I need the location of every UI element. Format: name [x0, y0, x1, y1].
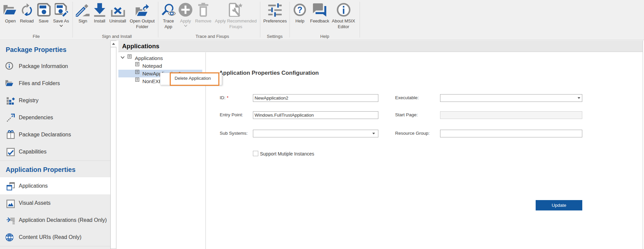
svg-text:?: ? — [297, 5, 302, 14]
